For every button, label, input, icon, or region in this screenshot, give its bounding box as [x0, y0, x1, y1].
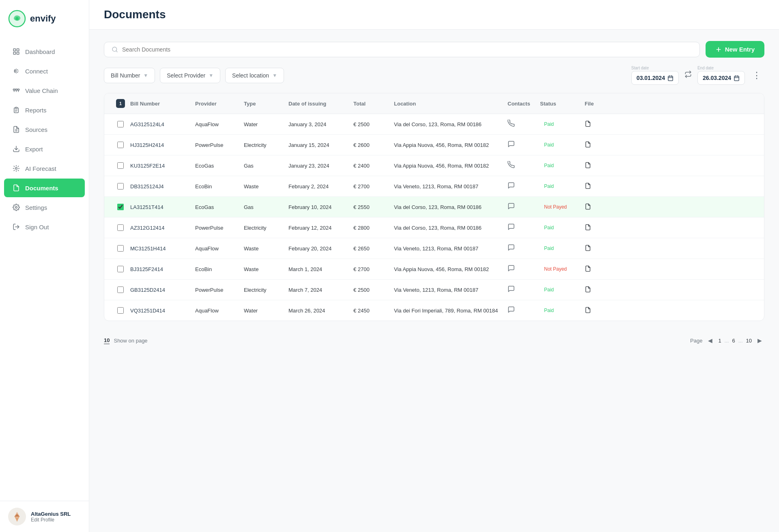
edit-profile-link[interactable]: Edit Profile [31, 517, 71, 523]
row-bill: VQ31251D414 [130, 308, 195, 314]
row-location: Via Veneto, 1213, Roma, RM 00187 [394, 183, 508, 190]
phone-icon [508, 120, 515, 127]
row-file[interactable] [585, 245, 605, 252]
row-checkbox[interactable] [117, 245, 124, 252]
row-checkbox-cell [111, 183, 130, 190]
sign-out-icon [12, 223, 20, 231]
row-location: Via del Corso, 123, Roma, RM 00186 [394, 225, 508, 231]
value-chain-icon [12, 86, 20, 95]
sidebar-item-sources[interactable]: Sources [4, 120, 85, 139]
row-type: Waste [244, 246, 288, 252]
row-file[interactable] [585, 224, 605, 232]
chevron-down-icon: ▼ [209, 73, 213, 78]
selected-count: 1 [116, 99, 125, 108]
row-contact[interactable] [508, 140, 540, 149]
page-number-last[interactable]: 10 [746, 338, 752, 344]
sidebar-item-reports[interactable]: Reports [4, 101, 85, 119]
row-contact[interactable] [508, 244, 540, 253]
bill-number-filter[interactable]: Bill Number ▼ [104, 68, 155, 83]
row-contact[interactable] [508, 223, 540, 232]
row-file[interactable] [585, 307, 605, 314]
svg-line-9 [15, 72, 15, 73]
th-file: File [585, 101, 605, 107]
row-provider: EcoGas [195, 204, 244, 210]
row-status: Paid [540, 244, 585, 252]
page-number-6[interactable]: 6 [732, 338, 735, 344]
row-bill: BJ3125F2414 [130, 266, 195, 272]
row-total: € 2700 [353, 266, 394, 272]
next-page-button[interactable]: ▶ [755, 336, 764, 345]
table-row: AZ312G12414 PowerPulse Electricity Febru… [104, 218, 764, 238]
row-checkbox[interactable] [117, 286, 124, 293]
file-icon [585, 183, 591, 189]
row-checkbox[interactable] [117, 142, 124, 148]
location-filter[interactable]: Select location ▼ [225, 68, 284, 83]
row-provider: AquaFlow [195, 308, 244, 314]
row-provider: AquaFlow [195, 121, 244, 127]
row-bill: DB3125124J4 [130, 183, 195, 190]
row-checkbox[interactable] [117, 307, 124, 314]
sidebar-item-value-chain[interactable]: Value Chain [4, 81, 85, 100]
sidebar-item-export[interactable]: Export [4, 140, 85, 158]
svg-rect-5 [13, 52, 15, 54]
row-file[interactable] [585, 183, 605, 190]
sidebar-item-sign-out[interactable]: Sign Out [4, 218, 85, 236]
row-location: Via Veneto, 1213, Roma, RM 00187 [394, 246, 508, 252]
row-file[interactable] [585, 265, 605, 273]
row-file[interactable] [585, 286, 605, 294]
page-number-1[interactable]: 1 [718, 338, 721, 344]
row-checkbox[interactable] [117, 162, 124, 169]
row-type: Electricity [244, 142, 288, 148]
row-bill: GB3125D2414 [130, 287, 195, 293]
value-chain-label: Value Chain [25, 87, 58, 94]
reports-label: Reports [25, 107, 47, 114]
row-contact[interactable] [508, 285, 540, 294]
row-status: Paid [540, 286, 585, 294]
sidebar-item-documents[interactable]: Documents [4, 179, 85, 197]
sidebar-item-ai-forecast[interactable]: AI Forecast [4, 159, 85, 178]
row-checkbox[interactable] [117, 224, 124, 231]
row-contact[interactable] [508, 306, 540, 315]
row-contact[interactable] [508, 202, 540, 211]
row-contact[interactable] [508, 161, 540, 170]
row-file[interactable] [585, 121, 605, 128]
row-checkbox[interactable] [117, 183, 124, 190]
sidebar-item-settings[interactable]: Settings [4, 198, 85, 217]
end-date-picker[interactable]: 26.03.2024 [697, 71, 745, 85]
row-contact[interactable] [508, 120, 540, 129]
row-checkbox[interactable] [117, 266, 124, 272]
search-input[interactable] [122, 46, 692, 53]
th-contacts: Contacts [508, 101, 540, 107]
page-dots-left: ... [725, 338, 729, 344]
provider-filter[interactable]: Select Provider ▼ [160, 68, 220, 83]
per-page-value[interactable]: 10 [104, 337, 110, 344]
row-checkbox[interactable] [117, 121, 124, 127]
row-file[interactable] [585, 141, 605, 149]
row-checkbox-cell [111, 121, 130, 127]
file-icon [585, 141, 591, 148]
row-status: Paid [540, 224, 585, 232]
export-icon [12, 145, 20, 153]
row-file[interactable] [585, 162, 605, 170]
swap-dates-button[interactable] [683, 69, 693, 82]
prev-page-button[interactable]: ◀ [706, 336, 715, 345]
row-total: € 2400 [353, 163, 394, 169]
row-contact[interactable] [508, 265, 540, 274]
user-info: AltaGenius SRL Edit Profile [31, 511, 71, 523]
sidebar-item-dashboard[interactable]: Dashboard [4, 42, 85, 61]
svg-point-25 [15, 207, 17, 209]
table-row: MC31251H414 AquaFlow Waste February 20, … [104, 238, 764, 259]
row-status: Paid [540, 120, 585, 128]
start-date-picker[interactable]: 03.01.2024 [631, 71, 679, 85]
row-checkbox[interactable] [117, 204, 124, 210]
row-file[interactable] [585, 203, 605, 211]
row-location: Via dei Fori Imperiali, 789, Roma, RM 00… [394, 308, 508, 314]
row-contact[interactable] [508, 182, 540, 191]
new-entry-button[interactable]: New Entry [706, 41, 764, 58]
start-date-value: 03.01.2024 [637, 75, 665, 81]
more-options-button[interactable]: ⋮ [749, 69, 764, 82]
sidebar-item-connect[interactable]: Connect [4, 62, 85, 80]
dashboard-label: Dashboard [25, 48, 55, 55]
row-location: Via Appia Nuova, 456, Roma, RM 00182 [394, 142, 508, 148]
row-total: € 2500 [353, 121, 394, 127]
